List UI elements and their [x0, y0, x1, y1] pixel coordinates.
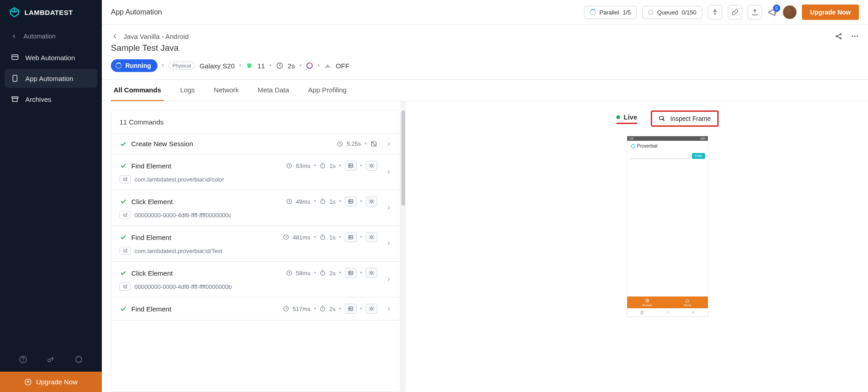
- help-icon[interactable]: [19, 355, 27, 363]
- sidebar-footer-icons: [0, 347, 102, 372]
- image-off-icon: [370, 140, 377, 148]
- debug-icon[interactable]: [366, 161, 377, 171]
- command-meta: 481ms•1s••: [283, 232, 377, 242]
- upload-icon: [751, 9, 758, 16]
- device-statusbar: 1:52 100%: [627, 136, 708, 141]
- tab-metadata[interactable]: Meta Data: [255, 80, 292, 101]
- screenshot-icon[interactable]: [345, 304, 357, 314]
- tab-app-profiling[interactable]: App Profiling: [305, 80, 349, 101]
- command-name: Find Element: [131, 305, 171, 313]
- command-row[interactable]: Click Element 49ms•1s•• id00000000-0000-…: [111, 190, 400, 226]
- screenshot-icon[interactable]: [345, 268, 357, 278]
- lambdatest-logo-icon: [631, 144, 635, 148]
- clock-icon: [276, 62, 283, 69]
- command-row[interactable]: Create New Session 5.25s•: [111, 134, 400, 154]
- command-row[interactable]: Find Element 63ms•1s•• idcom.lambdatest.…: [111, 154, 400, 190]
- svg-rect-2: [13, 75, 17, 81]
- id-tag: id: [119, 247, 131, 255]
- breadcrumb[interactable]: Java Vanilla - Android: [111, 32, 189, 40]
- sidebar-item-label: Web Automation: [25, 54, 75, 62]
- scrollbar[interactable]: [401, 101, 406, 392]
- puzzle-icon[interactable]: [75, 355, 83, 363]
- device-navbar: ||| ○ <: [627, 308, 708, 316]
- screenshot-icon[interactable]: [345, 232, 357, 242]
- id-tag: id: [119, 211, 131, 219]
- more-icon[interactable]: [851, 32, 859, 40]
- live-dot-icon: [616, 115, 620, 119]
- notifications-button[interactable]: 5: [768, 7, 777, 17]
- id-value: 00000000-0000-4df8-ffff-ffff0000000c: [134, 212, 231, 219]
- svg-point-6: [23, 361, 23, 361]
- accessibility-button[interactable]: [708, 5, 722, 19]
- link-icon: [731, 9, 739, 16]
- command-meta: 49ms•1s••: [286, 196, 377, 206]
- tab-all-commands[interactable]: All Commands: [111, 80, 164, 101]
- browser-icon: [11, 53, 19, 62]
- svg-point-41: [320, 307, 324, 311]
- check-icon: [119, 140, 127, 148]
- command-wait: 1s: [329, 163, 336, 169]
- stopwatch-icon: [320, 163, 326, 169]
- debug-icon[interactable]: [366, 232, 377, 242]
- inspect-frame-button[interactable]: Inspect Frame: [651, 110, 718, 127]
- tab-logs[interactable]: Logs: [177, 80, 198, 101]
- sidebar-item-archives[interactable]: Archives: [5, 90, 97, 109]
- id-value: com.lambdatest.proverbial:id/Text: [134, 248, 222, 254]
- device-search-row: FIND: [627, 151, 708, 161]
- svg-rect-4: [13, 98, 18, 102]
- debug-icon[interactable]: [366, 304, 377, 314]
- sidebar-item-web-automation[interactable]: Web Automation: [5, 48, 97, 67]
- svg-point-24: [371, 165, 373, 167]
- commands-panel: 11 Commands Create New Session 5.25s• Fi…: [111, 110, 401, 392]
- upgrade-now-sidebar-button[interactable]: Upgrade Now: [0, 372, 102, 392]
- debug-icon[interactable]: [366, 268, 377, 278]
- chevron-right-icon: [386, 141, 392, 147]
- command-wait: 2s: [329, 270, 336, 277]
- scrollbar-thumb[interactable]: [401, 110, 405, 206]
- check-icon: [119, 162, 127, 169]
- clock-icon: [286, 198, 292, 205]
- globe-icon: [645, 298, 649, 303]
- link-button[interactable]: [728, 5, 742, 19]
- debug-icon[interactable]: [366, 196, 377, 206]
- mobile-icon: [11, 74, 19, 82]
- upload-button[interactable]: [748, 5, 762, 19]
- queued-badge[interactable]: Queued 0/150: [642, 6, 702, 19]
- sidebar-nav: Web Automation App Automation Archives: [0, 48, 102, 109]
- key-icon[interactable]: [47, 355, 55, 363]
- share-icon[interactable]: [835, 32, 843, 40]
- status-badge: Running: [111, 59, 157, 72]
- sidebar-item-app-automation[interactable]: App Automation: [5, 69, 97, 88]
- parallel-badge[interactable]: Parallel 1/5: [584, 6, 637, 19]
- logo[interactable]: LAMBDATEST: [0, 0, 102, 24]
- tabs: All Commands Logs Network Meta Data App …: [102, 80, 868, 101]
- preview-panel: Live Inspect Frame 1:52 100% Proverbial: [467, 101, 868, 392]
- svg-point-11: [840, 33, 841, 35]
- sidebar-back-label: Automation: [24, 33, 56, 40]
- screenshot-icon[interactable]: [345, 161, 357, 171]
- tab-network[interactable]: Network: [211, 80, 242, 101]
- recents-icon: |||: [640, 310, 644, 315]
- command-row[interactable]: Find Element 517ms•2s••: [111, 297, 400, 320]
- svg-point-34: [371, 236, 373, 239]
- command-meta: 5.25s•: [337, 140, 377, 148]
- chevron-left-icon[interactable]: [111, 32, 119, 40]
- chevron-right-icon: [386, 205, 392, 211]
- device-app-header: Proverbial: [627, 141, 708, 151]
- upgrade-now-button[interactable]: Upgrade Now: [802, 5, 859, 20]
- clock-icon: [283, 234, 289, 240]
- clock-icon: [286, 163, 292, 169]
- command-row[interactable]: Find Element 481ms•1s•• idcom.lambdatest…: [111, 226, 400, 262]
- command-row[interactable]: Click Element 58ms•2s•• id00000000-0000-…: [111, 262, 400, 297]
- content-area: 11 Commands Create New Session 5.25s• Fi…: [102, 101, 868, 392]
- avatar[interactable]: [783, 5, 796, 19]
- command-time: 63ms: [296, 163, 310, 169]
- status-row: Running • Physical Galaxy S20 • 11 • 2s …: [102, 57, 868, 80]
- sidebar-back[interactable]: Automation: [0, 24, 102, 48]
- device-name: Galaxy S20: [200, 62, 235, 70]
- screenshot-icon[interactable]: [345, 196, 357, 206]
- svg-point-12: [840, 38, 841, 39]
- live-indicator[interactable]: Live: [616, 113, 637, 124]
- svg-point-31: [320, 235, 324, 239]
- svg-point-15: [857, 36, 858, 37]
